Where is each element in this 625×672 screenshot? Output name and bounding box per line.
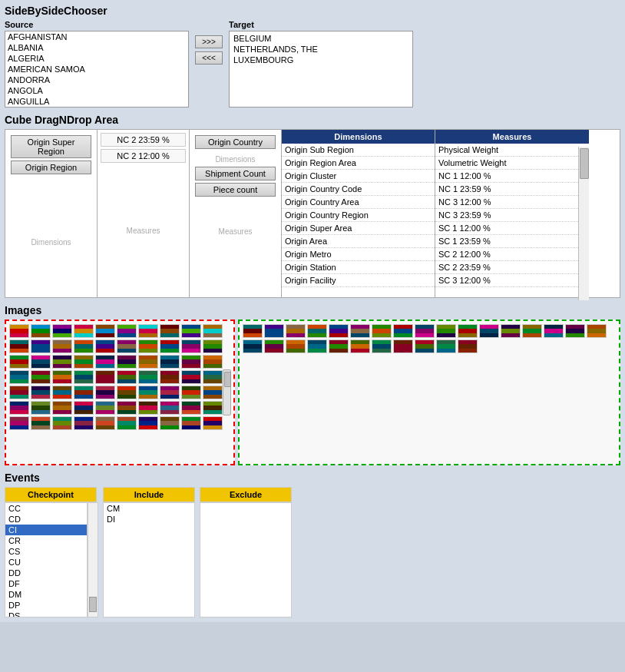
source-item[interactable]: ANDORRA (5, 74, 188, 85)
flag-item[interactable] (9, 370, 29, 384)
flag-item[interactable] (95, 386, 115, 399)
flag-item[interactable] (350, 339, 370, 353)
flag-item[interactable] (181, 416, 201, 430)
origin-super-region-btn[interactable]: Origin Super Region (11, 135, 91, 158)
flag-item[interactable] (393, 324, 413, 338)
flag-item[interactable] (181, 370, 201, 384)
flag-item[interactable] (138, 401, 158, 415)
flag-item[interactable] (52, 339, 72, 353)
checkpoint-item[interactable]: CU (5, 557, 87, 568)
flag-item[interactable] (138, 324, 158, 338)
flag-item[interactable] (74, 416, 94, 430)
flag-item[interactable] (31, 324, 51, 338)
flag-item[interactable] (181, 324, 201, 338)
measure-item[interactable]: NC 1 12:00 % (435, 170, 589, 183)
measure-item[interactable]: NC 1 23:59 % (435, 183, 589, 196)
source-list[interactable]: AFGHANISTANALBANIAALGERIAAMERICAN SAMOAA… (5, 31, 189, 108)
measures-scrollbar[interactable] (578, 147, 589, 300)
flag-item[interactable] (95, 339, 115, 353)
flag-item[interactable] (203, 401, 223, 415)
flag-item[interactable] (31, 370, 51, 384)
flag-item[interactable] (52, 401, 72, 415)
remove-button[interactable]: <<< (195, 51, 223, 65)
measure-item[interactable]: SC 1 12:00 % (435, 222, 589, 235)
flag-item[interactable] (52, 324, 72, 338)
include-item[interactable]: CM (104, 503, 194, 514)
shipment-count-btn[interactable]: Shipment Count (195, 167, 276, 180)
flag-item[interactable] (436, 324, 456, 338)
flag-item[interactable] (31, 339, 51, 353)
source-item[interactable]: ANGOLA (5, 85, 188, 96)
flag-item[interactable] (160, 416, 180, 430)
checkpoint-item[interactable]: DD (5, 568, 87, 578)
flag-item[interactable] (74, 401, 94, 415)
flag-item[interactable] (31, 355, 51, 369)
flag-item[interactable] (479, 324, 499, 338)
flag-item[interactable] (138, 416, 158, 430)
checkpoint-list[interactable]: CCCDCICRCSCUDDDFDMDPDSEEES (5, 502, 88, 617)
checkpoint-item[interactable]: CR (5, 535, 87, 546)
flag-item[interactable] (52, 370, 72, 384)
flag-item[interactable] (9, 416, 29, 430)
checkpoint-item[interactable]: CC (5, 503, 87, 514)
source-item[interactable]: ANGUILLA (5, 96, 188, 107)
measure-item[interactable]: NC 3 12:00 % (435, 196, 589, 209)
measure-item[interactable]: SC 2 12:00 % (435, 248, 589, 261)
flag-item[interactable] (95, 370, 115, 384)
flag-item[interactable] (74, 386, 94, 399)
flag-item[interactable] (74, 339, 94, 353)
dimension-item[interactable]: Origin Sub Region (282, 144, 435, 157)
dimension-item[interactable]: Origin Country Code (282, 183, 435, 196)
flag-item[interactable] (31, 401, 51, 415)
nc-item-2[interactable]: NC 2 12:00 % (101, 149, 186, 163)
dimension-item[interactable]: Origin Facility (282, 274, 435, 287)
flag-item[interactable] (117, 416, 137, 430)
flag-item[interactable] (181, 355, 201, 369)
origin-country-btn[interactable]: Origin Country (195, 135, 276, 149)
measure-item[interactable]: SC 1 23:59 % (435, 235, 589, 248)
flag-item[interactable] (74, 355, 94, 369)
flag-item[interactable] (203, 370, 223, 384)
dimension-item[interactable]: Origin Super Area (282, 222, 435, 235)
flag-item[interactable] (587, 324, 607, 338)
measures-list[interactable]: Physical WeightVolumetric WeightNC 1 12:… (435, 144, 589, 297)
flag-item[interactable] (95, 416, 115, 430)
flag-item[interactable] (117, 401, 137, 415)
flag-item[interactable] (544, 324, 564, 338)
flag-item[interactable] (9, 355, 29, 369)
flag-item[interactable] (9, 324, 29, 338)
flag-item[interactable] (117, 370, 137, 384)
add-button[interactable]: >>> (195, 35, 223, 48)
dimension-item[interactable]: Origin Station (282, 261, 435, 274)
flag-item[interactable] (52, 386, 72, 399)
flag-item[interactable] (95, 324, 115, 338)
flag-item[interactable] (286, 324, 306, 338)
flag-item[interactable] (243, 324, 263, 338)
flag-item[interactable] (138, 339, 158, 353)
flag-item[interactable] (31, 386, 51, 399)
flag-item[interactable] (501, 324, 521, 338)
flag-item[interactable] (565, 324, 585, 338)
checkpoint-item[interactable]: DF (5, 578, 87, 589)
measure-item[interactable]: SC 3 12:00 % (435, 274, 589, 287)
checkpoint-item[interactable]: CD (5, 514, 87, 525)
flag-item[interactable] (264, 324, 284, 338)
include-list[interactable]: CMDI (103, 502, 195, 617)
flag-item[interactable] (203, 324, 223, 338)
flag-item[interactable] (117, 386, 137, 399)
flag-item[interactable] (307, 339, 327, 353)
flag-item[interactable] (160, 386, 180, 399)
source-item[interactable]: AMERICAN SAMOA (5, 64, 188, 74)
flag-item[interactable] (138, 370, 158, 384)
flag-item[interactable] (243, 339, 263, 353)
nc-item-1[interactable]: NC 2 23:59 % (101, 133, 186, 147)
source-item[interactable]: AFGHANISTAN (5, 31, 188, 42)
measure-item[interactable]: Volumetric Weight (435, 157, 589, 170)
flag-item[interactable] (160, 355, 180, 369)
checkpoint-item[interactable]: DM (5, 589, 87, 600)
target-item[interactable]: NETHERLANDS, THE (231, 44, 411, 55)
flag-item[interactable] (350, 324, 370, 338)
flag-item[interactable] (393, 339, 413, 353)
flag-item[interactable] (160, 339, 180, 353)
dimensions-list[interactable]: Origin Sub RegionOrigin Region AreaOrigi… (282, 144, 435, 297)
